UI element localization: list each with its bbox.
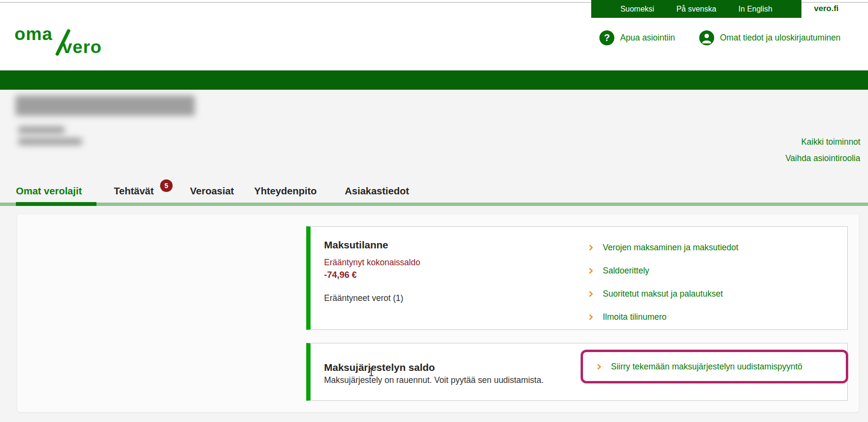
- chevron-right-icon: [595, 364, 601, 370]
- language-bar: Suomeksi På svenska In English: [591, 0, 801, 18]
- tab-tehtavat[interactable]: Tehtävät 5: [114, 185, 154, 197]
- link-label: Ilmoita tilinumero: [603, 312, 666, 322]
- tasks-count-badge: 5: [160, 179, 173, 192]
- payment-arrangement-title: Maksujärjestelyn saldo: [324, 362, 435, 373]
- chevron-right-icon: [587, 291, 593, 297]
- tab-label: Tehtävät: [114, 185, 154, 196]
- omavero-app: Suomeksi På svenska In English vero.fi o…: [0, 0, 868, 422]
- link-label: Suoritetut maksut ja palautukset: [603, 289, 723, 299]
- annotation-highlight-box: Siirry tekemään maksujärjestelyn uudista…: [581, 350, 848, 383]
- chevron-right-icon: [587, 314, 593, 320]
- payment-status-title: Maksutilanne: [324, 239, 388, 251]
- overdue-balance-label: Erääntynyt kokonaissaldo: [324, 258, 420, 268]
- language-english[interactable]: In English: [738, 5, 772, 14]
- overdue-taxes-text: Erääntyneet verot (1): [324, 293, 403, 303]
- language-swedish[interactable]: På svenska: [677, 5, 717, 14]
- payment-arrangement-card: Maksujärjestelyn saldo Maksujärjestely o…: [306, 343, 848, 401]
- person-icon: [699, 30, 714, 45]
- omavero-logo[interactable]: oma vero: [14, 24, 111, 60]
- link-label: Verojen maksaminen ja maksutiedot: [603, 243, 738, 253]
- switch-role-link[interactable]: Vaihda asiointiroolia: [786, 153, 860, 163]
- redacted-user-detail: [18, 138, 82, 145]
- tab-label: Asiakastiedot: [345, 185, 409, 196]
- payment-status-card: Maksutilanne Erääntynyt kokonaissaldo -7…: [306, 226, 848, 330]
- tabs-underline: [0, 203, 868, 206]
- link-renew-payment-arrangement[interactable]: Siirry tekemään maksujärjestelyn uudista…: [596, 362, 802, 372]
- link-label: Saldoerittely: [603, 266, 649, 276]
- overdue-balance-amount: -74,96 €: [324, 270, 357, 280]
- link-ilmoita-tilinumero[interactable]: Ilmoita tilinumero: [588, 312, 666, 322]
- help-link[interactable]: Apua asiointiin: [599, 30, 675, 45]
- redacted-user-id: [18, 126, 65, 134]
- profile-logout-label: Omat tiedot ja uloskirjautuminen: [720, 33, 841, 43]
- verofi-link[interactable]: vero.fi: [814, 4, 839, 14]
- question-mark-icon: [599, 30, 614, 45]
- help-link-label: Apua asiointiin: [620, 33, 675, 43]
- tab-label: Veroasiat: [190, 185, 234, 196]
- page-background: Kaikki toiminnot Vaihda asiointiroolia O…: [0, 90, 868, 422]
- link-verojen-maksaminen[interactable]: Verojen maksaminen ja maksutiedot: [588, 243, 738, 253]
- all-actions-link[interactable]: Kaikki toiminnot: [801, 137, 860, 147]
- payment-arrangement-description: Maksujärjestely on rauennut. Voit pyytää…: [324, 375, 543, 385]
- tabs-underline-active: [16, 202, 96, 206]
- link-label: Siirry tekemään maksujärjestelyn uudista…: [611, 362, 802, 372]
- logo-text-oma: oma: [14, 24, 53, 44]
- language-finnish[interactable]: Suomeksi: [620, 5, 654, 14]
- ibeam-cursor: [371, 368, 372, 376]
- tab-omat-verolajit[interactable]: Omat verolajit: [16, 185, 82, 197]
- primary-nav-bar: [0, 70, 868, 90]
- tab-label: Omat verolajit: [16, 185, 82, 196]
- chevron-right-icon: [587, 245, 593, 251]
- chevron-right-icon: [587, 268, 593, 274]
- content-panel: Maksutilanne Erääntynyt kokonaissaldo -7…: [17, 214, 859, 412]
- tab-veroasiat[interactable]: Veroasiat: [190, 185, 234, 197]
- link-saldoerittely[interactable]: Saldoerittely: [588, 266, 649, 276]
- link-suoritetut-maksut[interactable]: Suoritetut maksut ja palautukset: [588, 289, 723, 299]
- logo-text-vero: vero: [62, 37, 102, 57]
- profile-logout-link[interactable]: Omat tiedot ja uloskirjautuminen: [699, 30, 841, 45]
- redacted-user-name: [15, 95, 195, 116]
- tab-yhteydenpito[interactable]: Yhteydenpito: [254, 185, 317, 197]
- tab-asiakastiedot[interactable]: Asiakastiedot: [345, 185, 409, 197]
- tab-label: Yhteydenpito: [254, 185, 317, 196]
